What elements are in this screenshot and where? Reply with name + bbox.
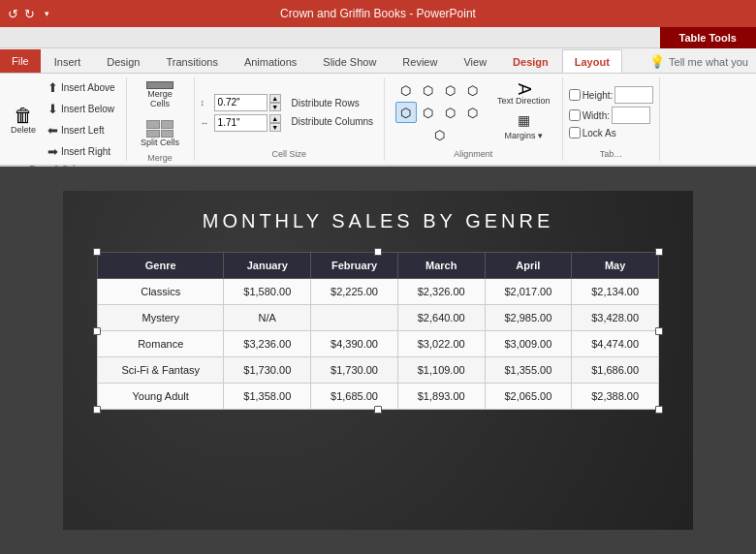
cell-size-content: ↕ ▲ ▼ ↔ ▲ ▼ Distribute Rows bbox=[201, 77, 378, 147]
handle-bot-right[interactable] bbox=[655, 406, 663, 414]
tab-slideshow[interactable]: Slide Show bbox=[310, 49, 389, 73]
handle-mid-right[interactable] bbox=[655, 327, 663, 335]
split-cells-button[interactable]: Split Cells bbox=[133, 116, 187, 151]
align-top-left-button[interactable]: ⬡ bbox=[395, 79, 417, 101]
col-header-january: January bbox=[224, 253, 311, 279]
handle-bot-left[interactable] bbox=[93, 406, 101, 414]
cell-size-inputs: ↕ ▲ ▼ ↔ ▲ ▼ bbox=[201, 94, 281, 132]
height-checkbox[interactable] bbox=[569, 89, 581, 101]
cell-romance-may: $4,474.00 bbox=[572, 331, 659, 357]
width-spinner[interactable]: ▲ ▼ bbox=[269, 114, 281, 132]
handle-bot-mid[interactable] bbox=[374, 406, 382, 414]
width-label: ↔ bbox=[201, 118, 212, 128]
cell-size-label: Cell Size bbox=[272, 149, 307, 161]
tab-insert[interactable]: Insert bbox=[42, 49, 94, 73]
tab-transitions[interactable]: Transitions bbox=[154, 49, 231, 73]
align-mid-right-button[interactable]: ⬡ bbox=[418, 102, 439, 123]
cell-mystery-apr: $2,985.00 bbox=[485, 305, 572, 331]
cell-scifi-may: $1,686.00 bbox=[572, 357, 659, 384]
tell-me-box[interactable]: 💡 Tell me what you bbox=[642, 50, 756, 73]
cell-scifi-mar: $1,109.00 bbox=[397, 357, 485, 384]
align-bot-left-button[interactable]: ⬡ bbox=[440, 102, 461, 123]
insert-below-button[interactable]: ⬇ Insert Below bbox=[43, 99, 120, 119]
tab-view[interactable]: View bbox=[451, 49, 499, 73]
align-icon-grid: ⬡ ⬡ ⬡ ⬡ ⬡ ⬡ ⬡ ⬡ ⬡ bbox=[391, 79, 488, 145]
handle-mid-left[interactable] bbox=[93, 327, 101, 335]
table-row: Classics $1,580.00 $2,225.00 $2,326.00 $… bbox=[98, 279, 659, 305]
align-top-right-button[interactable]: ⬡ bbox=[440, 79, 461, 101]
cell-romance-apr: $3,009.00 bbox=[485, 331, 572, 357]
insert-left-icon: ⬅ bbox=[47, 123, 58, 138]
align-top-center-button[interactable]: ⬡ bbox=[418, 79, 439, 101]
ribbon-tabs: File Insert Design Transitions Animation… bbox=[0, 48, 756, 74]
width-input[interactable] bbox=[214, 114, 268, 132]
width-row: ↔ ▲ ▼ bbox=[201, 114, 281, 132]
tab-review[interactable]: Review bbox=[390, 49, 450, 73]
delete-button[interactable]: 🗑 Delete bbox=[6, 102, 41, 138]
width-down-arrow[interactable]: ▼ bbox=[269, 123, 281, 132]
table-group-content: Height: Width: Lock As bbox=[569, 77, 654, 147]
distribute-rows-button[interactable]: Distribute Rows bbox=[287, 95, 378, 111]
cell-margins-button[interactable]: ▦ Margins ▾ bbox=[491, 109, 556, 143]
align-bot-right-button[interactable]: ⬡ bbox=[428, 124, 450, 145]
lock-checkbox[interactable] bbox=[569, 127, 581, 138]
slide-area: MONTHLY SALES BY GENRE Genre January Feb… bbox=[0, 167, 756, 554]
tab-file[interactable]: File bbox=[0, 49, 41, 73]
distribute-columns-button[interactable]: Distribute Columns bbox=[287, 113, 378, 130]
table-group-label: Tab… bbox=[600, 149, 623, 161]
cell-ya-jan: $1,358.00 bbox=[224, 384, 311, 410]
table-width-input[interactable] bbox=[612, 107, 650, 124]
handle-top-mid[interactable] bbox=[374, 248, 382, 256]
height-param-row: Height: bbox=[569, 86, 654, 104]
cell-romance-feb: $4,390.00 bbox=[311, 331, 398, 357]
table-row: Romance $3,236.00 $4,390.00 $3,022.00 $3… bbox=[98, 331, 659, 357]
insert-above-icon: ⬆ bbox=[47, 80, 58, 95]
tab-design-tt[interactable]: Design bbox=[500, 49, 561, 73]
height-input[interactable] bbox=[214, 94, 268, 111]
tab-animations[interactable]: Animations bbox=[232, 49, 309, 73]
rows-columns-content: 🗑 Delete ⬆ Insert Above ⬇ Insert Below ⬅… bbox=[6, 77, 120, 162]
insert-above-button[interactable]: ⬆ Insert Above bbox=[43, 77, 120, 98]
table-tools-label: Table Tools bbox=[660, 27, 757, 48]
width-checkbox[interactable] bbox=[569, 109, 581, 121]
cell-scifi-feb: $1,730.00 bbox=[311, 357, 398, 384]
align-mid-center-button[interactable]: ⬡ bbox=[395, 102, 417, 123]
merge-group: Merge Cells Split Cells Merge bbox=[127, 77, 195, 161]
table-head: Genre January February March April May bbox=[98, 253, 659, 279]
cell-classics-jan: $1,580.00 bbox=[224, 279, 311, 305]
cell-classics-feb: $2,225.00 bbox=[311, 279, 398, 305]
slide: MONTHLY SALES BY GENRE Genre January Feb… bbox=[63, 191, 693, 530]
align-bot-center-button[interactable]: ⬡ bbox=[462, 102, 484, 123]
cell-mystery-feb bbox=[311, 305, 398, 331]
insert-right-icon: ➡ bbox=[47, 144, 58, 159]
text-direction-button[interactable]: A Text Direction bbox=[491, 81, 556, 107]
header-row: Genre January February March April May bbox=[98, 253, 659, 279]
alignment-group: ⬡ ⬡ ⬡ ⬡ ⬡ ⬡ ⬡ ⬡ ⬡ A Text Direction ▦ Mar… bbox=[385, 77, 563, 161]
align-mid-left-button[interactable]: ⬡ bbox=[462, 79, 484, 101]
merge-cells-icon bbox=[146, 81, 173, 89]
cell-ya-apr: $2,065.00 bbox=[485, 384, 572, 410]
cell-ya-may: $2,388.00 bbox=[572, 384, 659, 410]
table-height-input[interactable] bbox=[614, 86, 653, 104]
merge-content: Merge Cells Split Cells bbox=[133, 77, 187, 151]
col-header-march: March bbox=[397, 253, 485, 279]
insert-right-button[interactable]: ➡ Insert Right bbox=[43, 141, 120, 162]
cell-classics-apr: $2,017.00 bbox=[485, 279, 572, 305]
slide-title: MONTHLY SALES BY GENRE bbox=[203, 210, 554, 232]
insert-left-button[interactable]: ⬅ Insert Left bbox=[43, 120, 120, 140]
height-param-label: Height: bbox=[583, 90, 614, 101]
handle-top-left[interactable] bbox=[93, 248, 101, 256]
tab-layout[interactable]: Layout bbox=[562, 49, 622, 73]
handle-top-right[interactable] bbox=[655, 248, 663, 256]
table-wrapper: Genre January February March April May C… bbox=[97, 252, 659, 410]
height-row: ↕ ▲ ▼ bbox=[201, 94, 281, 111]
alignment-content: ⬡ ⬡ ⬡ ⬡ ⬡ ⬡ ⬡ ⬡ ⬡ A Text Direction ▦ Mar… bbox=[391, 77, 556, 147]
width-up-arrow[interactable]: ▲ bbox=[269, 114, 281, 123]
rows-columns-group: 🗑 Delete ⬆ Insert Above ⬇ Insert Below ⬅… bbox=[0, 77, 127, 161]
height-up-arrow[interactable]: ▲ bbox=[269, 94, 281, 103]
height-spinner[interactable]: ▲ ▼ bbox=[269, 94, 281, 111]
tab-design[interactable]: Design bbox=[94, 49, 152, 73]
delete-icon: 🗑 bbox=[14, 106, 33, 125]
merge-cells-button[interactable]: Merge Cells bbox=[133, 77, 187, 112]
height-down-arrow[interactable]: ▼ bbox=[269, 103, 281, 111]
